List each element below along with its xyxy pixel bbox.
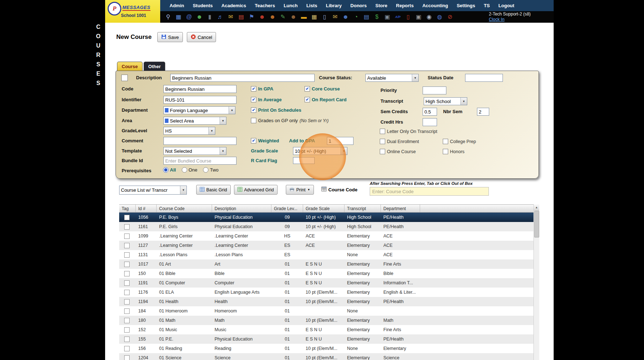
add-to-gpa-input[interactable]	[327, 137, 353, 145]
status-date-input[interactable]	[465, 74, 503, 82]
prerequisite-radio[interactable]: Two	[203, 167, 219, 173]
column-header[interactable]: Id #	[136, 205, 157, 212]
notes-icon[interactable]: ✎	[279, 13, 287, 21]
row-tag-checkbox[interactable]	[124, 215, 130, 220]
in-gpa-checkbox[interactable]: In GPA	[251, 86, 273, 92]
nav-item[interactable]: TS	[479, 3, 494, 8]
basic-grid-button[interactable]: Basic Grid	[196, 185, 231, 195]
code-input[interactable]	[163, 85, 237, 93]
nav-item[interactable]: Store	[371, 3, 392, 8]
row-tag-checkbox[interactable]	[124, 280, 130, 286]
clock-icon[interactable]: ◔	[352, 13, 360, 21]
tab-other[interactable]: Other	[144, 62, 166, 71]
student-icon[interactable]: ☻	[258, 13, 266, 21]
cancel-button[interactable]: Cancel	[187, 32, 216, 42]
building-icon[interactable]: ▦	[311, 13, 318, 21]
nav-item[interactable]: Lists	[302, 3, 321, 8]
in-average-checkbox[interactable]: In Average	[251, 97, 282, 102]
table-row[interactable]: 1099 .Learning Center .Learning Center H…	[119, 231, 534, 241]
row-tag-checkbox[interactable]	[124, 355, 130, 360]
grade-scale-select[interactable]: 10 pt +/- (High) ▼	[293, 147, 347, 155]
priority-input[interactable]	[423, 86, 446, 94]
calendar-grid-icon[interactable]: ▦	[175, 13, 182, 21]
list-icon[interactable]: ▤	[363, 13, 370, 21]
speaker-icon[interactable]: ♬	[217, 13, 224, 21]
nav-item[interactable]: Settings	[452, 3, 479, 8]
grades-gp-only-checkbox[interactable]: Grades on GP only (No Sem or Yr)	[251, 118, 329, 123]
table-row[interactable]: 1194 01 Health Health 01 10 pt (Elem/M..…	[119, 297, 534, 306]
row-tag-checkbox[interactable]	[124, 290, 130, 295]
column-header[interactable]: Tag	[119, 205, 136, 212]
row-tag-checkbox[interactable]	[124, 318, 130, 323]
table-row[interactable]: 1176 01 ELA English Language Arts 01 10 …	[119, 288, 534, 297]
department-select[interactable]: Foreign Language ▼	[163, 106, 235, 114]
nav-item[interactable]: Donors	[346, 3, 371, 8]
template-select[interactable]: Not Selected ▼	[163, 147, 226, 155]
column-header[interactable]: Department	[381, 205, 420, 212]
dual-enrollment-checkbox[interactable]: Dual Enrollment	[380, 139, 419, 144]
identifier-input[interactable]	[163, 96, 237, 104]
column-header[interactable]: Description	[212, 205, 271, 212]
on-report-card-checkbox[interactable]: On Report Card	[305, 97, 347, 102]
letter-only-checkbox[interactable]: Letter Only On Transcript	[380, 129, 437, 134]
table-row[interactable]: 152 01 Music Music 01 E S N U Elementary…	[119, 325, 534, 334]
nbr-sem-input[interactable]	[477, 108, 489, 116]
announcement-icon[interactable]: ⚑	[248, 13, 255, 21]
nav-item[interactable]: Lunch	[279, 3, 302, 8]
nav-item[interactable]: Logout	[494, 3, 519, 8]
send-mail-icon[interactable]: ✉	[332, 13, 339, 21]
row-tag-checkbox[interactable]	[124, 299, 130, 305]
table-row[interactable]: 184 01 Homeroom Homeroom 01 None	[119, 306, 534, 316]
area-select[interactable]: Select Area ▼	[163, 117, 226, 125]
contacts-icon[interactable]: ☻	[290, 13, 297, 21]
table-row[interactable]: 180 01 Math Math 01 10 pt (Elem/M... Ele…	[119, 316, 534, 325]
bundle-id-input[interactable]	[163, 157, 237, 165]
document-icon[interactable]: ▯	[321, 13, 328, 21]
advanced-grid-button[interactable]: Advanced Grid	[234, 185, 278, 195]
row-tag-checkbox[interactable]	[124, 346, 130, 351]
globe-help-icon[interactable]: ◍	[436, 13, 443, 21]
table-row[interactable]: 1191 01 Computer Computer 01 E S N U Ele…	[119, 278, 534, 288]
cd-icon[interactable]: ◉	[425, 13, 433, 21]
honors-checkbox[interactable]: Honors	[443, 149, 464, 154]
row-tag-checkbox[interactable]	[124, 327, 130, 333]
transcript-select[interactable]: High School ▼	[424, 97, 467, 105]
table-row[interactable]: 150 01 Bible Bible 01 E S N U Elementary…	[119, 269, 534, 278]
email-at-icon[interactable]: @	[185, 13, 193, 21]
list-view-select[interactable]: Course List w/ Transcr ▼	[119, 186, 187, 195]
prerequisite-radio[interactable]: All	[163, 167, 176, 173]
column-header[interactable]: Grade Scale	[303, 205, 344, 212]
core-course-checkbox[interactable]: Core Course	[305, 86, 340, 92]
staff-icon[interactable]: ☻	[269, 13, 276, 21]
column-header[interactable]: Grade Lev...	[271, 205, 303, 212]
nav-item[interactable]: Reports	[392, 3, 418, 8]
prerequisite-radio[interactable]: One	[182, 167, 198, 173]
print-button[interactable]: Print ▼	[286, 185, 314, 195]
table-row[interactable]: 1017 01 Art Art 01 E S N U Elementary Fi…	[119, 259, 534, 269]
gradelevel-select[interactable]: HS ▼	[163, 127, 215, 135]
printer-icon[interactable]: ▣	[384, 13, 391, 21]
table-row[interactable]: 156 01 Reading Reading 01 10 pt (Elem/M.…	[119, 344, 534, 353]
credit-hrs-input[interactable]	[423, 118, 437, 126]
grid-scrollbar[interactable]: ▲	[533, 204, 539, 360]
clock-in-link[interactable]: Clock In	[489, 17, 504, 22]
nav-item[interactable]: Accounting	[418, 3, 452, 8]
row-tag-checkbox[interactable]	[124, 252, 130, 258]
block-icon[interactable]: ⊘	[446, 13, 454, 21]
nav-item[interactable]: Students	[188, 3, 217, 8]
table-row[interactable]: 1131 .Lesson Plans .Lesson Plans ES None…	[119, 250, 534, 259]
chat-smiley-icon[interactable]: ☻	[196, 13, 203, 21]
pdf-icon[interactable]: ▯	[405, 13, 412, 21]
people-icon[interactable]: ☻	[342, 13, 349, 21]
print-on-schedules-checkbox[interactable]: Print On Schedules	[251, 107, 301, 113]
save-button[interactable]: Save	[157, 32, 183, 42]
row-tag-checkbox[interactable]	[124, 271, 130, 276]
scrollbar-thumb[interactable]	[534, 211, 539, 237]
course-status-select[interactable]: Available ▼	[365, 74, 419, 82]
ap-icon[interactable]: A/P	[394, 13, 401, 21]
search-icon[interactable]: ⚲	[165, 13, 172, 21]
table-row[interactable]: 1204 01 Science Science 01 10 pt (Elem/M…	[119, 353, 534, 360]
course-code-search-input[interactable]	[370, 187, 489, 196]
scroll-up-button[interactable]: ▲	[534, 204, 539, 210]
bus-icon[interactable]: ▬	[300, 13, 307, 21]
